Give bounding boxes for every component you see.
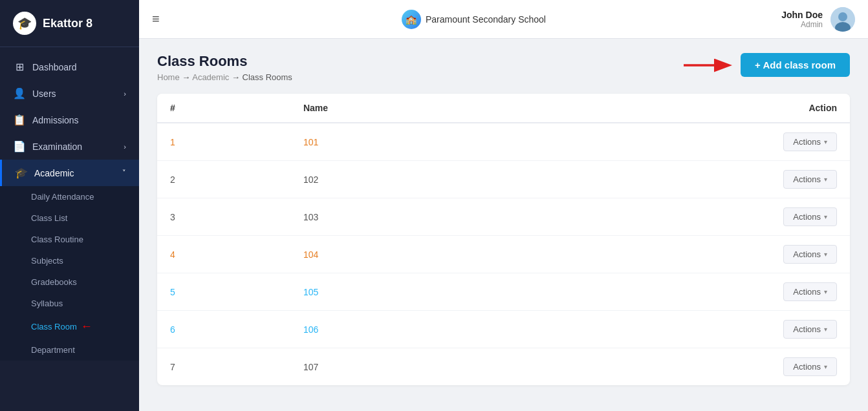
page-header: Class Rooms Home → Academic → Class Room… [157, 53, 850, 82]
page-body: Class Rooms Home → Academic → Class Room… [139, 39, 868, 411]
dashboard-icon: ⊞ [13, 61, 26, 73]
actions-caret-icon: ▾ [824, 176, 827, 183]
sidebar-item-examination[interactable]: 📄 Examination › [0, 133, 139, 160]
cell-name: 107 [290, 348, 508, 386]
actions-label: Actions [793, 137, 821, 147]
actions-label: Actions [793, 212, 821, 222]
table-row: 2 102 Actions ▾ [157, 161, 850, 198]
actions-button[interactable]: Actions ▾ [783, 320, 837, 339]
actions-label: Actions [793, 174, 821, 184]
sidebar-item-users[interactable]: 👤 Users › [0, 80, 139, 107]
school-name: Paramount Secondary School [426, 14, 546, 25]
syllabus-label: Syllabus [31, 299, 63, 308]
school-badge: 🏫 Paramount Secondary School [402, 10, 546, 29]
actions-caret-icon: ▾ [824, 288, 827, 295]
sidebar-item-label: Academic [34, 168, 74, 178]
user-info: John Doe Admin [781, 10, 823, 29]
cell-name: 104 [290, 236, 508, 273]
breadcrumb-home[interactable]: Home [157, 72, 180, 82]
class-routine-label: Class Routine [31, 235, 83, 244]
table-row: 6 106 Actions ▾ [157, 311, 850, 348]
logo-text: Ekattor 8 [43, 17, 92, 30]
actions-button[interactable]: Actions ▾ [783, 207, 837, 226]
actions-label: Actions [793, 287, 821, 297]
table-row: 1 101 Actions ▾ [157, 123, 850, 161]
add-class-room-button[interactable]: + Add class room [741, 53, 850, 77]
cell-name: 103 [290, 198, 508, 236]
table-row: 4 104 Actions ▾ [157, 236, 850, 273]
user-name: John Doe [781, 10, 823, 20]
sidebar-item-dashboard[interactable]: ⊞ Dashboard [0, 54, 139, 80]
class-list-label: Class List [31, 213, 67, 223]
school-icon: 🏫 [402, 10, 421, 29]
sidebar-item-admissions[interactable]: 📋 Admissions [0, 107, 139, 133]
add-button-container: + Add class room [684, 53, 850, 77]
actions-label: Actions [793, 362, 821, 372]
users-arrow-icon: › [124, 90, 126, 98]
col-header-action: Action [508, 94, 850, 123]
class-room-label: Class Room [31, 322, 77, 332]
academic-icon: 🎓 [15, 167, 28, 179]
sidebar-item-class-list[interactable]: Class List [0, 207, 139, 229]
svg-point-1 [838, 12, 847, 21]
examination-arrow-icon: › [124, 143, 126, 151]
sidebar-navigation: ⊞ Dashboard 👤 Users › 📋 Admissions 📄 Exa… [0, 47, 139, 367]
sidebar-item-label: Users [32, 89, 56, 99]
breadcrumb-sep2: → [232, 72, 243, 82]
sidebar-logo: 🎓 Ekattor 8 [0, 0, 139, 47]
sidebar-item-subjects[interactable]: Subjects [0, 250, 139, 271]
actions-button[interactable]: Actions ▾ [783, 357, 837, 376]
sidebar-item-academic[interactable]: 🎓 Academic ˅ [0, 160, 139, 186]
cell-number: 3 [157, 198, 290, 236]
examination-icon: 📄 [13, 140, 26, 153]
cell-action: Actions ▾ [508, 198, 850, 236]
sidebar-item-daily-attendance[interactable]: Daily Attendance [0, 186, 139, 207]
sidebar: 🎓 Ekattor 8 ⊞ Dashboard 👤 Users › 📋 Admi… [0, 0, 139, 411]
sidebar-classroom-arrow: ← [81, 320, 92, 333]
red-arrow-annotation [684, 56, 735, 75]
class-rooms-table: # Name Action 1 101 Actions ▾ 2 102 Acti… [157, 94, 850, 385]
cell-action: Actions ▾ [508, 161, 850, 198]
actions-caret-icon: ▾ [824, 363, 827, 370]
cell-name: 105 [290, 273, 508, 311]
cell-name: 102 [290, 161, 508, 198]
breadcrumb-classrooms: Class Rooms [243, 72, 292, 82]
actions-button[interactable]: Actions ▾ [783, 170, 837, 189]
cell-action: Actions ▾ [508, 123, 850, 161]
admissions-icon: 📋 [13, 114, 26, 126]
actions-button[interactable]: Actions ▾ [783, 282, 837, 301]
academic-submenu: Daily Attendance Class List Class Routin… [0, 186, 139, 361]
cell-number: 4 [157, 236, 290, 273]
sidebar-item-label: Dashboard [32, 62, 77, 72]
col-header-name: Name [290, 94, 508, 123]
topbar: ≡ 🏫 Paramount Secondary School John Doe … [139, 0, 868, 39]
logo-icon: 🎓 [13, 12, 36, 35]
actions-button[interactable]: Actions ▾ [783, 245, 837, 264]
users-icon: 👤 [13, 87, 26, 100]
cell-name: 101 [290, 123, 508, 161]
table-row: 3 103 Actions ▾ [157, 198, 850, 236]
cell-action: Actions ▾ [508, 236, 850, 273]
table-row: 7 107 Actions ▾ [157, 348, 850, 386]
main-content: ≡ 🏫 Paramount Secondary School John Doe … [139, 0, 868, 411]
sidebar-item-department[interactable]: Department [0, 339, 139, 361]
actions-caret-icon: ▾ [824, 326, 827, 333]
sidebar-item-class-room[interactable]: Class Room ← [0, 314, 139, 339]
topbar-center: 🏫 Paramount Secondary School [173, 10, 776, 29]
actions-button[interactable]: Actions ▾ [783, 132, 837, 151]
sidebar-item-gradebooks[interactable]: Gradebooks [0, 271, 139, 293]
actions-label: Actions [793, 249, 821, 259]
hamburger-icon[interactable]: ≡ [152, 12, 160, 26]
actions-caret-icon: ▾ [824, 251, 827, 258]
cell-number: 5 [157, 273, 290, 311]
breadcrumb-academic[interactable]: Academic [192, 72, 229, 82]
sidebar-item-class-routine[interactable]: Class Routine [0, 229, 139, 250]
col-header-number: # [157, 94, 290, 123]
page-title: Class Rooms [157, 53, 292, 70]
table-row: 5 105 Actions ▾ [157, 273, 850, 311]
cell-action: Actions ▾ [508, 348, 850, 386]
cell-number: 6 [157, 311, 290, 348]
table-body: 1 101 Actions ▾ 2 102 Actions ▾ 3 103 Ac… [157, 123, 850, 385]
sidebar-item-syllabus[interactable]: Syllabus [0, 293, 139, 314]
breadcrumb-sep1: → [182, 72, 192, 82]
